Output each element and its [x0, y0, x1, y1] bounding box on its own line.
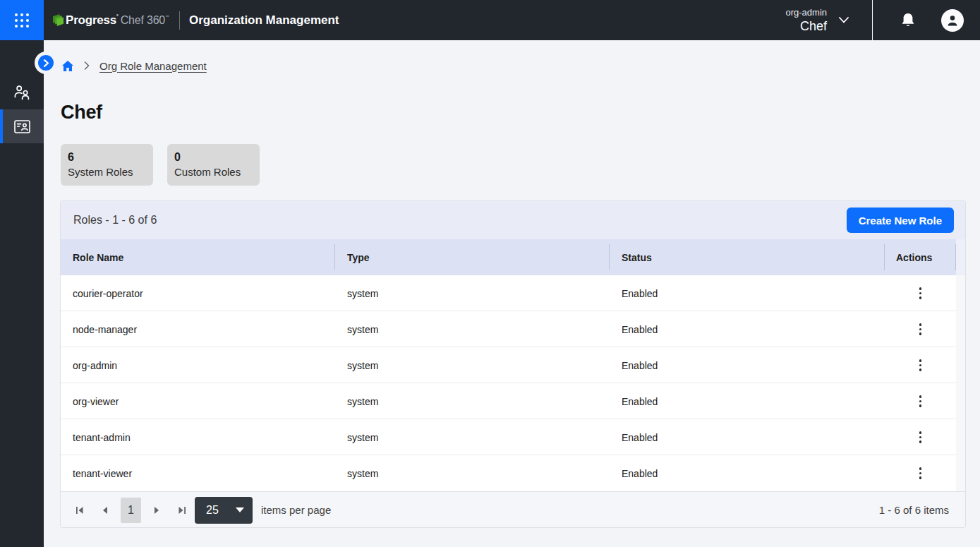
page-size-dropdown[interactable]: 25	[195, 497, 253, 524]
pager-first-button[interactable]	[68, 499, 91, 522]
org-role-label: org-admin	[785, 7, 827, 18]
cell-role-name: org-viewer	[61, 383, 335, 419]
cell-type: system	[335, 455, 610, 491]
grid-header-row: Role Name Type Status Actions	[61, 239, 965, 275]
cell-role-name: org-admin	[61, 347, 335, 383]
column-header-role-name[interactable]: Role Name	[61, 239, 335, 275]
stat-value: 6	[68, 150, 145, 164]
column-header-type[interactable]: Type	[335, 239, 610, 275]
row-actions-menu-button[interactable]	[909, 318, 933, 342]
grid-pager: 1 25 items per page 1 - 6 of 6 items	[61, 491, 965, 528]
breadcrumb-home-link[interactable]	[62, 61, 73, 71]
cell-actions	[885, 419, 956, 455]
cell-actions	[885, 455, 956, 491]
bell-icon	[900, 12, 916, 29]
cell-role-name: courier-operator	[61, 275, 335, 311]
pager-next-button[interactable]	[145, 499, 168, 522]
previous-page-icon	[102, 506, 108, 515]
row-actions-menu-button[interactable]	[909, 354, 933, 378]
apps-grid-icon	[15, 13, 29, 28]
last-page-icon	[178, 506, 186, 515]
notifications-button[interactable]	[891, 12, 925, 29]
row-actions-menu-button[interactable]	[909, 426, 933, 450]
top-bar: Progress° Chef 360℠ Organization Managem…	[0, 0, 980, 40]
column-header-actions[interactable]: Actions	[885, 239, 956, 275]
cell-status: Enabled	[610, 275, 885, 311]
kebab-icon	[919, 395, 922, 398]
cell-actions	[885, 347, 956, 383]
kebab-icon	[919, 359, 922, 362]
drawer-expand-button[interactable]	[38, 55, 54, 71]
grid-rows: courier-operatorsystemEnablednode-manage…	[61, 275, 965, 491]
grid-row-gutter	[956, 275, 965, 311]
row-actions-menu-button[interactable]	[909, 282, 933, 306]
cell-status: Enabled	[610, 455, 885, 491]
grid-row-gutter	[956, 347, 965, 383]
cell-role-name: tenant-viewer	[61, 455, 335, 491]
stat-label: Custom Roles	[174, 164, 251, 179]
breadcrumb-separator-icon	[84, 61, 90, 70]
cell-type: system	[335, 419, 610, 455]
pager-previous-button[interactable]	[94, 499, 116, 522]
chevron-down-icon	[839, 17, 849, 23]
table-row: tenant-adminsystemEnabled	[61, 419, 965, 455]
stat-card: 6System Roles	[61, 144, 153, 186]
cell-status: Enabled	[610, 311, 885, 347]
topbar-separator	[872, 0, 873, 40]
user-avatar-button[interactable]	[941, 9, 964, 32]
cell-type: system	[335, 383, 610, 419]
cell-actions	[885, 275, 956, 311]
org-name-label: Chef	[800, 18, 827, 34]
kebab-icon	[919, 431, 922, 434]
app-launcher-button[interactable]	[0, 0, 44, 40]
kebab-icon	[919, 287, 922, 290]
chevron-right-icon	[43, 59, 49, 67]
sidebar-item-roles[interactable]	[0, 109, 44, 143]
app-title: Organization Management	[189, 13, 339, 28]
brand-progress-text: Progress°	[66, 13, 119, 28]
breadcrumb-current-link[interactable]: Org Role Management	[99, 60, 207, 72]
cell-status: Enabled	[610, 383, 885, 419]
page-title: Chef	[61, 102, 102, 124]
table-row: node-managersystemEnabled	[61, 311, 965, 347]
stat-card: 0Custom Roles	[167, 144, 260, 186]
stats-cards: 6System Roles0Custom Roles	[61, 144, 260, 186]
create-new-role-button[interactable]: Create New Role	[847, 208, 954, 233]
left-sidebar	[0, 40, 44, 547]
column-header-status[interactable]: Status	[610, 239, 885, 275]
pager-range-info: 1 - 6 of 6 items	[879, 504, 949, 516]
cell-type: system	[335, 311, 610, 347]
main-content: Org Role Management Chef 6System Roles0C…	[44, 40, 980, 547]
pager-last-button[interactable]	[171, 499, 193, 522]
app-window: Progress° Chef 360℠ Organization Managem…	[0, 0, 980, 547]
kebab-icon	[919, 467, 922, 470]
cell-actions	[885, 311, 956, 347]
grid-title: Roles - 1 - 6 of 6	[73, 214, 157, 227]
table-row: org-adminsystemEnabled	[61, 347, 965, 383]
caret-down-icon	[236, 507, 244, 512]
first-page-icon	[75, 506, 84, 515]
stat-label: System Roles	[68, 164, 145, 179]
stat-value: 0	[174, 150, 251, 164]
pager-page-1-button[interactable]: 1	[121, 498, 141, 523]
grid-header-gutter	[956, 239, 965, 275]
breadcrumb: Org Role Management	[62, 55, 207, 76]
grid-toolbar: Roles - 1 - 6 of 6 Create New Role	[61, 201, 965, 239]
home-icon	[62, 61, 73, 71]
cell-actions	[885, 383, 956, 419]
topbar-divider	[179, 11, 180, 30]
grid-row-gutter	[956, 383, 965, 419]
table-row: org-viewersystemEnabled	[61, 383, 965, 419]
row-actions-menu-button[interactable]	[909, 390, 933, 414]
person-icon	[946, 14, 959, 27]
kebab-icon	[919, 323, 922, 326]
badge-icon	[14, 120, 30, 133]
cell-type: system	[335, 275, 610, 311]
grid-row-gutter	[956, 419, 965, 455]
cell-role-name: tenant-admin	[61, 419, 335, 455]
row-actions-menu-button[interactable]	[909, 462, 933, 486]
sidebar-item-users[interactable]	[0, 76, 44, 109]
table-row: courier-operatorsystemEnabled	[61, 275, 965, 311]
cell-status: Enabled	[610, 347, 885, 383]
org-switcher[interactable]: org-admin Chef	[785, 7, 872, 34]
